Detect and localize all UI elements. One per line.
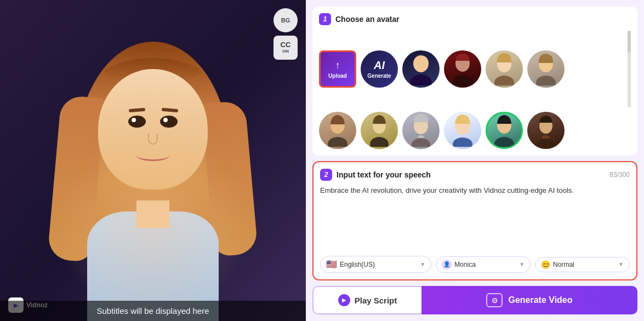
avatar-woman-red-svg xyxy=(449,53,476,85)
avatar-item-einstein[interactable] xyxy=(402,112,440,149)
avatar-section: 1 Choose an avatar ↑ Upload AI Generate xyxy=(312,7,637,156)
step2-badge: 2 xyxy=(320,169,332,181)
generate-video-button[interactable]: ⊙ Generate Video xyxy=(421,286,637,314)
avatar-woman-blonde-svg xyxy=(491,53,518,85)
avatar-cartoon-man-svg xyxy=(449,114,476,147)
text-section-header: 2 Input text for your speech 83/300 xyxy=(320,169,630,181)
svg-point-0 xyxy=(413,55,429,72)
action-bar: ▶ Play Script ⊙ Generate Video xyxy=(312,286,637,314)
avatar-einstein-svg xyxy=(407,114,435,147)
cc-label: CC xyxy=(281,41,291,49)
subtitle-text: Subtitles will be displayed here xyxy=(96,306,209,316)
video-preview-panel: BG CC ON ▶ Vidnoz Subtitles will be disp… xyxy=(0,0,306,321)
avatar-section-title: Choose an avatar xyxy=(335,15,400,24)
voice-chevron-icon: ▼ xyxy=(519,261,525,267)
avatar-scrollbar[interactable] xyxy=(628,31,631,107)
avatar-item-woman-brown[interactable] xyxy=(319,112,356,149)
eye-left xyxy=(128,116,146,128)
tone-chevron-icon: ▼ xyxy=(618,261,624,267)
svg-point-5 xyxy=(494,76,514,85)
svg-point-16 xyxy=(453,137,472,147)
ai-icon: AI xyxy=(374,59,385,72)
avatar-display xyxy=(0,0,306,321)
avatar-item-dark-woman[interactable] xyxy=(402,50,440,88)
svg-point-21 xyxy=(537,139,555,147)
avatar-item-woman-smile[interactable] xyxy=(527,50,565,88)
svg-point-3 xyxy=(453,75,472,85)
char-count: 83/300 xyxy=(609,171,630,179)
eye-right xyxy=(160,116,178,128)
video-canvas: BG CC ON ▶ Vidnoz Subtitles will be disp… xyxy=(0,0,306,321)
tone-select[interactable]: 😊 Normal ▼ xyxy=(535,257,630,272)
cc-on-label: ON xyxy=(282,49,289,54)
avatar-woman-teal-svg xyxy=(491,114,518,147)
flag-icon: 🇺🇸 xyxy=(326,259,337,270)
text-section: 2 Input text for your speech 83/300 Embr… xyxy=(312,161,637,280)
avatar-glow xyxy=(57,129,249,321)
right-panel: 1 Choose an avatar ↑ Upload AI Generate xyxy=(306,0,644,321)
svg-point-7 xyxy=(536,76,556,85)
text-section-title: Input text for your speech xyxy=(337,170,431,179)
language-select[interactable]: 🇺🇸 English(US) ▼ xyxy=(320,256,431,273)
voice-label: Monica xyxy=(454,261,476,268)
svg-point-1 xyxy=(410,74,432,85)
svg-point-18 xyxy=(494,137,514,147)
speech-text-input[interactable]: Embrace the AI revolution, drive your cr… xyxy=(320,185,630,251)
cc-button[interactable]: CC ON xyxy=(273,36,298,60)
upload-icon: ↑ xyxy=(335,60,340,71)
bg-button[interactable]: BG xyxy=(273,8,298,32)
subtitle-bar: Subtitles will be displayed here xyxy=(0,301,306,321)
avatar-item-woman-red[interactable] xyxy=(444,50,481,88)
language-label: English(US) xyxy=(340,261,375,268)
voice-avatar-icon: 👤 xyxy=(442,260,452,270)
play-script-label: Play Script xyxy=(355,296,397,305)
avatar-shakespeare-svg xyxy=(532,114,560,147)
scroll-thumb xyxy=(628,31,631,53)
svg-point-9 xyxy=(328,137,347,147)
avatar-row-2 xyxy=(319,112,631,149)
avatar-woman-brown-svg xyxy=(324,114,351,147)
avatar-item-shakespeare[interactable] xyxy=(527,112,565,149)
generate-label: Generate xyxy=(367,73,391,79)
generate-video-label: Generate Video xyxy=(508,295,572,305)
avatar-item-woman-teal[interactable] xyxy=(486,112,523,149)
tone-label: Normal xyxy=(553,261,574,268)
eyebrow-right xyxy=(162,108,178,113)
tone-emotion-icon: 😊 xyxy=(541,260,550,269)
upload-avatar-button[interactable]: ↑ Upload xyxy=(319,50,356,88)
voice-select[interactable]: 👤 Monica ▼ xyxy=(436,256,531,273)
ai-generate-button[interactable]: AI Generate xyxy=(361,50,398,88)
step1-badge: 1 xyxy=(319,13,331,25)
generate-video-icon: ⊙ xyxy=(486,293,503,307)
avatar-woman-smile-svg xyxy=(532,53,560,85)
avatar-row-1: ↑ Upload AI Generate xyxy=(319,31,631,107)
avatar-item-cartoon-man[interactable] xyxy=(444,112,481,149)
avatar-mona-lisa-svg xyxy=(366,114,393,147)
svg-point-14 xyxy=(412,138,430,147)
eyebrow-left xyxy=(129,108,145,113)
avatar-item-mona-lisa[interactable] xyxy=(361,112,398,149)
upload-label: Upload xyxy=(328,73,347,79)
avatar-item-woman-blonde[interactable] xyxy=(486,50,523,88)
play-script-button[interactable]: ▶ Play Script xyxy=(312,286,421,314)
svg-point-11 xyxy=(370,137,389,147)
avatar-dark-woman-svg xyxy=(407,53,435,85)
play-script-icon: ▶ xyxy=(338,294,350,306)
avatar-grid: ↑ Upload AI Generate xyxy=(319,31,631,149)
language-chevron-icon: ▼ xyxy=(420,261,425,267)
avatar-section-header: 1 Choose an avatar xyxy=(319,13,631,25)
text-controls: 🇺🇸 English(US) ▼ 👤 Monica ▼ 😊 Normal ▼ xyxy=(320,256,630,273)
